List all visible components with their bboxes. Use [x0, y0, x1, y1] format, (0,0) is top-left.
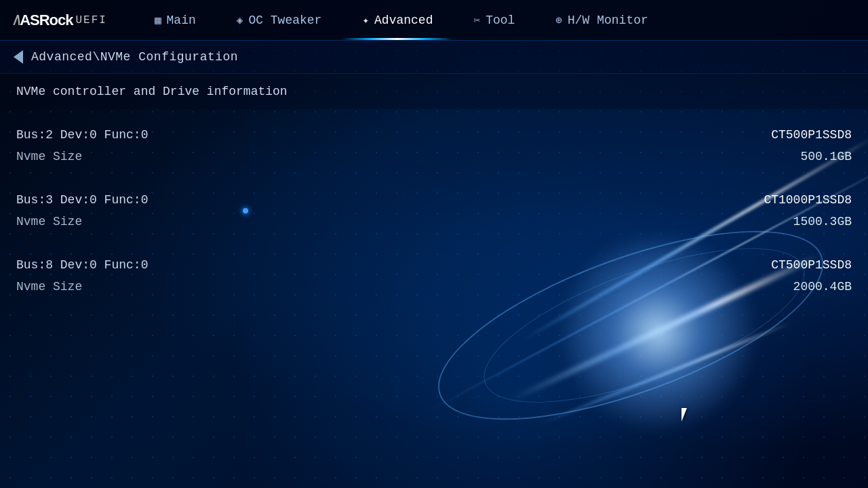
nvme-group-0: Bus:2 Dev:0 Func:0 CT500P1SSD8 Nvme Size…: [0, 116, 868, 176]
nvme-model-2: CT500P1SSD8: [771, 258, 852, 272]
nvme-model-1: CT1000P1SSD8: [764, 193, 852, 207]
nvme-group-2: Bus:8 Dev:0 Func:0 CT500P1SSD8 Nvme Size…: [0, 246, 868, 306]
tab-oc-tweaker[interactable]: ◈ OC Tweaker: [216, 0, 342, 40]
nvme-model-0: CT500P1SSD8: [771, 128, 852, 142]
nvme-bus-label-0: Bus:2 Dev:0 Func:0: [16, 128, 148, 142]
breadcrumb-row[interactable]: Advanced\NVMe Configuration: [0, 41, 868, 74]
breadcrumb-text: Advanced\NVMe Configuration: [31, 50, 238, 64]
main-icon: ▦: [155, 14, 161, 27]
logo: /\ASRock UEFI: [14, 12, 107, 29]
tab-hw-monitor[interactable]: ⊕ H/W Monitor: [535, 0, 668, 40]
hw-monitor-icon: ⊕: [555, 14, 562, 27]
breadcrumb-back-arrow[interactable]: [14, 50, 23, 64]
logo-asrock: /\ASRock: [14, 12, 73, 29]
nvme-size-value-2: 2000.4GB: [793, 280, 852, 293]
tab-tool-label: Tool: [486, 14, 515, 27]
nvme-bus-label-2: Bus:8 Dev:0 Func:0: [16, 258, 148, 272]
section-header-text: NVMe controller and Drive information: [16, 85, 288, 98]
nvme-size-label-1: Nvme Size: [16, 215, 82, 228]
nvme-group-1: Bus:3 Dev:0 Func:0 CT1000P1SSD8 Nvme Siz…: [0, 181, 868, 241]
nvme-row-0-bus: Bus:2 Dev:0 Func:0 CT500P1SSD8: [16, 125, 852, 144]
tab-oc-tweaker-label: OC Tweaker: [248, 14, 321, 27]
nvme-row-1-bus: Bus:3 Dev:0 Func:0 CT1000P1SSD8: [16, 190, 852, 209]
nvme-subrow-0-size: Nvme Size 500.1GB: [16, 147, 852, 166]
nvme-subrow-1-size: Nvme Size 1500.3GB: [16, 212, 852, 231]
tab-main[interactable]: ▦ Main: [134, 0, 216, 40]
ui-layer: /\ASRock UEFI ▦ Main ◈ OC Tweaker ✦ Adva…: [0, 0, 868, 488]
nvme-entries: Bus:2 Dev:0 Func:0 CT500P1SSD8 Nvme Size…: [0, 109, 868, 318]
tab-advanced-label: Advanced: [374, 14, 433, 27]
tool-icon: ✂: [473, 14, 480, 27]
cursor-dot: [243, 208, 248, 214]
logo-uefi: UEFI: [75, 14, 106, 26]
section-header: NVMe controller and Drive information: [0, 74, 868, 109]
nvme-size-value-1: 1500.3GB: [793, 215, 852, 228]
nvme-size-label-0: Nvme Size: [16, 150, 82, 163]
topbar: /\ASRock UEFI ▦ Main ◈ OC Tweaker ✦ Adva…: [0, 0, 868, 41]
tab-advanced[interactable]: ✦ Advanced: [342, 0, 453, 40]
tab-main-label: Main: [167, 14, 196, 27]
oc-tweaker-icon: ◈: [237, 14, 243, 27]
tab-hw-monitor-label: H/W Monitor: [568, 14, 648, 27]
nvme-subrow-2-size: Nvme Size 2000.4GB: [16, 277, 852, 296]
nvme-bus-label-1: Bus:3 Dev:0 Func:0: [16, 193, 148, 207]
content-area: Advanced\NVMe Configuration NVMe control…: [0, 41, 868, 318]
advanced-icon: ✦: [362, 14, 369, 27]
nvme-row-2-bus: Bus:8 Dev:0 Func:0 CT500P1SSD8: [16, 256, 852, 274]
nvme-size-value-0: 500.1GB: [800, 150, 852, 163]
tab-tool[interactable]: ✂ Tool: [453, 0, 535, 40]
mouse-cursor: [682, 408, 695, 427]
nvme-size-label-2: Nvme Size: [16, 280, 82, 293]
nav-tabs: ▦ Main ◈ OC Tweaker ✦ Advanced ✂ Tool ⊕ …: [134, 0, 854, 40]
